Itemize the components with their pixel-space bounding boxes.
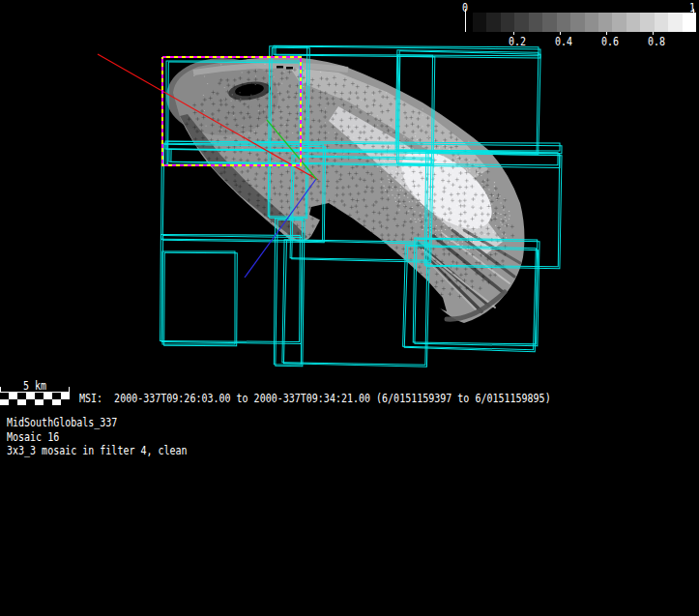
colorbar-step <box>683 13 696 32</box>
dark-mark <box>286 67 293 70</box>
footprint-rect[interactable] <box>164 252 238 345</box>
colorbar-step <box>501 13 514 32</box>
scale-checker-cell <box>0 399 9 406</box>
scale-bar-checkerboard <box>0 393 70 405</box>
scale-checker-cell <box>17 399 26 406</box>
colorbar-step <box>612 13 626 32</box>
info-sequence-name: MidSouthGlobals_337 <box>7 415 117 428</box>
asteroid-render <box>166 57 524 323</box>
scale-checker-cell <box>35 399 44 406</box>
scale-checker-cell <box>52 399 61 406</box>
info-mosaic-number: Mosaic 16 <box>7 429 59 443</box>
colorbar-step <box>473 13 486 32</box>
footprint-rect[interactable] <box>162 251 235 344</box>
colorbar-gradient <box>473 13 696 32</box>
colorbar-tick-label: 0.6 <box>601 34 619 47</box>
colorbar-tick-label: 0.4 <box>555 34 572 47</box>
dark-mark <box>277 66 283 69</box>
scale-checker-cell <box>9 399 17 406</box>
scale-checker-cell <box>61 399 70 406</box>
colorbar-step <box>486 13 500 32</box>
status-line: MSI: 2000-337T09:26:03.00 to 2000-337T09… <box>79 391 551 404</box>
colorbar-step <box>557 13 570 32</box>
colorbar-step <box>570 13 584 32</box>
colorbar-step <box>655 13 668 32</box>
colorbar-step <box>598 13 612 32</box>
colorbar-step <box>585 13 598 32</box>
scale-bar-label: 5 km <box>0 378 70 392</box>
colorbar-min-pointer <box>465 9 466 32</box>
colorbar-step <box>529 13 542 32</box>
scale-checker-cell <box>26 399 35 406</box>
colorbar-step <box>542 13 556 32</box>
app-viewport: 0 1 0.20.40.60.8 5 km MSI: 2000-337T09:2… <box>0 0 699 616</box>
colorbar-step <box>514 13 528 32</box>
colorbar-tick-label: 0.8 <box>648 34 665 47</box>
colorbar-step <box>640 13 654 32</box>
mosaic-scene[interactable] <box>0 0 699 616</box>
footprint-rect[interactable] <box>160 234 301 341</box>
scale-checker-cell <box>44 399 52 406</box>
colorbar-tick-label: 0.2 <box>509 34 526 47</box>
colorbar-step <box>626 13 640 32</box>
colorbar-step <box>668 13 682 32</box>
info-mosaic-description: 3x3_3 mosaic in filter 4, clean <box>7 443 188 456</box>
